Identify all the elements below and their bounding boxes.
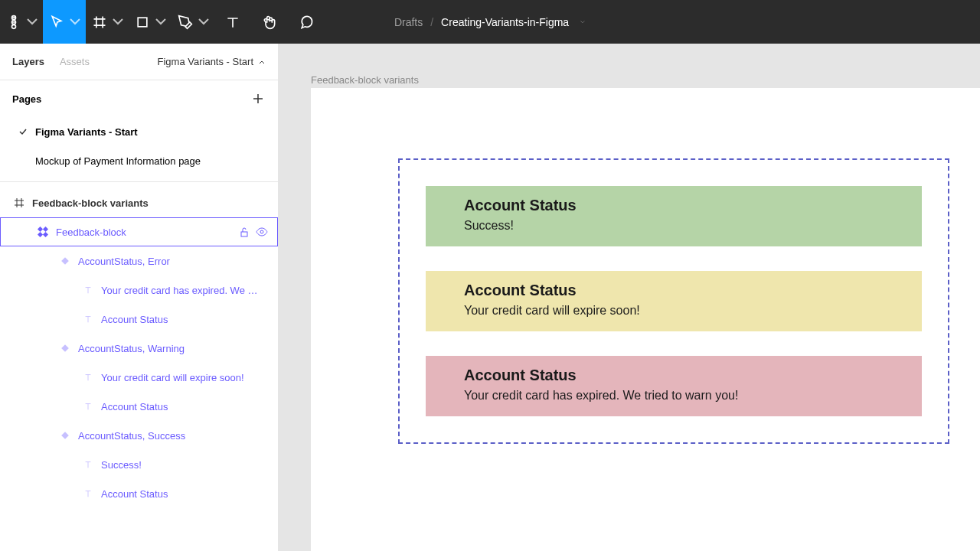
feedback-block-success[interactable]: Account Status Success!: [426, 186, 922, 246]
layer-text[interactable]: Account Status: [0, 392, 278, 421]
cursor-icon: [49, 15, 64, 30]
feedback-body: Your credit card has expired. We tried t…: [464, 389, 884, 403]
file-name: Creating-Variants-in-Figma: [441, 16, 569, 28]
figma-menu-button[interactable]: [0, 0, 43, 44]
frame-tool-button[interactable]: [86, 0, 129, 44]
layer-label: Account Status: [101, 488, 168, 500]
svg-rect-10: [61, 257, 69, 265]
canvas[interactable]: Feedback-block variants Account Status S…: [279, 44, 980, 551]
variant-frame[interactable]: Account Status Success! Account Status Y…: [398, 158, 949, 444]
text-icon: [83, 372, 93, 383]
page-item-active[interactable]: Figma Variants - Start: [0, 117, 278, 146]
layer-label: AccountStatus, Warning: [78, 343, 185, 354]
text-icon: [83, 401, 93, 412]
layer-text[interactable]: Your credit card will expire soon!: [0, 363, 278, 392]
feedback-title: Account Status: [464, 282, 884, 299]
text-icon: [83, 488, 93, 499]
visibility-icon[interactable]: [256, 227, 268, 237]
pen-icon: [178, 15, 193, 30]
pen-tool-button[interactable]: [172, 0, 214, 44]
feedback-title: Account Status: [464, 197, 884, 214]
svg-rect-3: [138, 18, 147, 27]
hand-tool-button[interactable]: [251, 0, 288, 44]
frame-icon: [92, 15, 107, 30]
chevron-up-icon: [258, 58, 266, 66]
layer-label: Account Status: [101, 314, 168, 325]
hand-icon: [262, 15, 277, 30]
text-icon: [225, 15, 240, 30]
chevron-down-icon: [196, 15, 211, 30]
component-set-icon: [38, 227, 48, 237]
chevron-down-icon: [110, 15, 126, 30]
shape-tool-button[interactable]: [129, 0, 172, 44]
layer-text[interactable]: Your credit card has expired. We …: [0, 276, 278, 305]
divider: [0, 181, 278, 182]
tab-layers[interactable]: Layers: [12, 56, 44, 67]
layer-label: Feedback-block: [56, 227, 126, 238]
left-panel: Layers Assets Figma Variants - Start Pag…: [0, 44, 279, 551]
svg-rect-11: [61, 344, 69, 352]
page-selector-label: Figma Variants - Start: [158, 56, 253, 67]
layer-text[interactable]: Success!: [0, 450, 278, 479]
svg-rect-4: [38, 227, 43, 232]
layer-text[interactable]: Account Status: [0, 479, 278, 508]
layer-label: Success!: [101, 459, 142, 471]
chevron-down-icon: [67, 15, 83, 30]
canvas-frame-label[interactable]: Feedback-block variants: [311, 74, 419, 86]
tab-assets[interactable]: Assets: [60, 56, 90, 67]
layer-component-set[interactable]: Feedback-block: [0, 217, 278, 246]
unlock-icon[interactable]: [239, 227, 250, 237]
layer-variant-warning[interactable]: AccountStatus, Warning: [0, 334, 278, 363]
text-tool-button[interactable]: [214, 0, 251, 44]
file-title[interactable]: Drafts / Creating-Variants-in-Figma: [394, 16, 586, 28]
layer-variant-error[interactable]: AccountStatus, Error: [0, 246, 278, 276]
chevron-down-icon: [24, 15, 40, 30]
text-icon: [83, 459, 93, 470]
top-toolbar: Drafts / Creating-Variants-in-Figma: [0, 0, 980, 44]
svg-rect-7: [43, 232, 48, 237]
feedback-block-error[interactable]: Account Status Your credit card has expi…: [426, 356, 922, 416]
panel-tabs: Layers Assets Figma Variants - Start: [0, 44, 278, 80]
layer-label: AccountStatus, Error: [78, 256, 170, 267]
text-icon: [83, 314, 93, 324]
layer-label: Your credit card will expire soon!: [101, 372, 244, 383]
layer-variant-success[interactable]: AccountStatus, Success: [0, 421, 278, 450]
page-item[interactable]: Mockup of Payment Information page: [0, 146, 278, 175]
check-icon: [18, 127, 28, 136]
frame-icon: [14, 197, 24, 208]
rectangle-icon: [135, 15, 150, 30]
svg-rect-5: [43, 227, 48, 232]
drafts-label: Drafts: [394, 16, 423, 28]
page-selector[interactable]: Figma Variants - Start: [158, 56, 266, 67]
component-icon: [60, 256, 70, 266]
component-icon: [60, 343, 70, 354]
svg-rect-12: [61, 432, 69, 439]
pages-header: Pages: [0, 80, 278, 117]
layer-label: Feedback-block variants: [32, 197, 149, 209]
svg-rect-6: [38, 232, 43, 237]
layer-text[interactable]: Account Status: [0, 305, 278, 334]
feedback-block-warning[interactable]: Account Status Your credit card will exp…: [426, 271, 922, 331]
layer-label: Account Status: [101, 401, 168, 412]
text-icon: [83, 285, 93, 295]
add-page-button[interactable]: [250, 91, 266, 106]
component-icon: [60, 430, 70, 441]
comment-tool-button[interactable]: [288, 0, 325, 44]
figma-logo-icon: [6, 15, 21, 30]
svg-rect-8: [241, 232, 247, 236]
feedback-body: Success!: [464, 219, 884, 233]
page-label: Mockup of Payment Information page: [35, 155, 201, 167]
pages-label: Pages: [12, 93, 41, 105]
layer-frame[interactable]: Feedback-block variants: [0, 188, 278, 217]
feedback-title: Account Status: [464, 367, 884, 384]
svg-point-2: [12, 24, 16, 28]
feedback-body: Your credit card will expire soon!: [464, 304, 884, 318]
layer-label: AccountStatus, Success: [78, 430, 185, 442]
chevron-down-icon: [580, 19, 586, 25]
svg-point-9: [260, 230, 263, 233]
move-tool-button[interactable]: [43, 0, 86, 44]
page-label: Figma Variants - Start: [35, 126, 138, 138]
layer-label: Your credit card has expired. We …: [101, 285, 258, 296]
chevron-down-icon: [153, 15, 168, 30]
comment-icon: [299, 15, 314, 30]
